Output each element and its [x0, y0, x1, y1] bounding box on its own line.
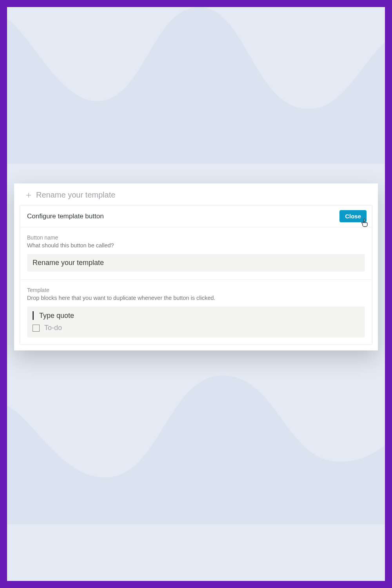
template-drop-area[interactable]: Type quote To-do	[27, 307, 365, 338]
checkbox-icon[interactable]	[33, 325, 40, 332]
decorative-wave-top	[7, 7, 385, 164]
panel-header: Configure template button Close	[20, 205, 372, 227]
quote-block-text: Type quote	[39, 312, 74, 320]
quote-block[interactable]: Type quote	[33, 311, 359, 320]
configure-panel: Configure template button Close Button n…	[20, 205, 372, 345]
close-button[interactable]: Close	[339, 210, 367, 222]
template-label: Template	[27, 287, 365, 293]
editor-card: Rename your template Configure template …	[14, 183, 378, 350]
plus-icon	[25, 192, 32, 199]
button-name-section: Button name What should this button be c…	[20, 227, 372, 280]
button-name-label: Button name	[27, 234, 365, 241]
close-button-label: Close	[345, 213, 361, 220]
quote-bar-icon	[33, 311, 34, 320]
page-background: Rename your template Configure template …	[7, 7, 385, 581]
template-description: Drop blocks here that you want to duplic…	[27, 295, 365, 301]
panel-title: Configure template button	[27, 212, 104, 220]
button-name-input[interactable]	[27, 254, 365, 272]
template-section: Template Drop blocks here that you want …	[20, 280, 372, 345]
button-name-description: What should this button be called?	[27, 242, 365, 249]
template-title-row[interactable]: Rename your template	[14, 189, 378, 205]
todo-block[interactable]: To-do	[33, 324, 359, 332]
cursor-hand-icon	[360, 218, 370, 228]
todo-block-text: To-do	[44, 324, 62, 332]
decorative-wave-bottom	[7, 360, 385, 524]
template-title-text: Rename your template	[36, 191, 115, 200]
